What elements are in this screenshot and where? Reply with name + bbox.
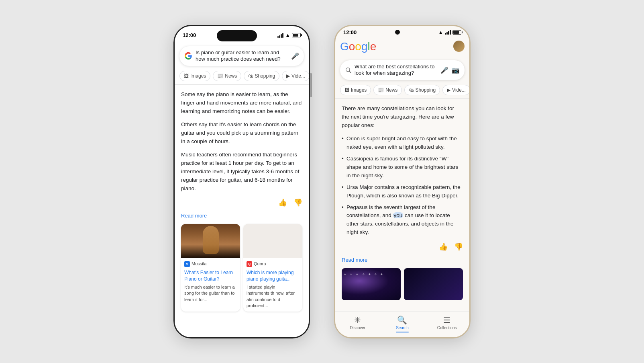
videos-label-right: Vide... xyxy=(452,87,466,93)
card-mussila-desc: It's much easier to learn a song for the… xyxy=(184,284,237,303)
signal-icon-right xyxy=(445,30,451,35)
images-tab-icon: 🖼 xyxy=(184,73,189,79)
quora-icon: Q xyxy=(247,261,252,267)
thumbs-up-right[interactable]: 👍 xyxy=(439,242,448,253)
quora-image-placeholder xyxy=(243,224,302,258)
shopping-icon-right: 🛍 xyxy=(409,87,414,93)
status-icons-right: ▲ xyxy=(438,29,461,35)
nav-search[interactable]: 🔍 Search xyxy=(380,315,424,332)
images-tab-label: Images xyxy=(190,73,206,79)
tab-news-right[interactable]: 📰 News xyxy=(373,85,402,95)
para-2: Others say that it's easier to learn cho… xyxy=(181,121,302,146)
card-mussila-title[interactable]: What's Easier to Learn Piano or Guitar? xyxy=(184,269,237,283)
discover-label: Discover xyxy=(350,326,365,330)
news-tab-label: News xyxy=(225,73,237,79)
mic-icon-left[interactable]: 🎤 xyxy=(291,52,299,60)
wifi-icon: ▲ xyxy=(285,32,290,38)
para-3: Music teachers often recommend that begi… xyxy=(181,151,302,193)
battery-icon-right xyxy=(452,30,461,35)
read-more-left[interactable]: Read more xyxy=(181,212,302,220)
battery-icon xyxy=(292,33,301,37)
shopping-tab-icon: 🛍 xyxy=(248,73,253,79)
bullet-cassiopeia: Cassiopeia is famous for its distinctive… xyxy=(342,155,463,180)
card-quora-desc: I started playin instruments th now, aft… xyxy=(247,284,299,309)
tab-news-left[interactable]: 📰 News xyxy=(213,71,241,81)
videos-tab-label: Vide... xyxy=(291,73,305,79)
signal-icon xyxy=(277,33,283,38)
card-quora-source-name: Quora xyxy=(254,260,266,267)
search-nav-icon: 🔍 xyxy=(397,315,407,325)
star-image-1 xyxy=(342,268,401,300)
feedback-row-left: 👍 👎 xyxy=(181,197,302,209)
tab-images-right[interactable]: 🖼 Images xyxy=(340,85,371,95)
star-image-2 xyxy=(404,268,463,300)
google-g-icon xyxy=(184,52,192,60)
search-query-right: What are the best constellations to look… xyxy=(355,64,437,77)
collections-label: Collections xyxy=(437,326,457,330)
star-images-row xyxy=(342,268,463,300)
bottom-nav: ✳ Discover 🔍 Search ☰ Collections xyxy=(335,312,469,337)
mussila-icon: M xyxy=(184,261,190,267)
phone-right: 12:00 ▲ Google xyxy=(334,25,471,338)
nav-active-indicator xyxy=(396,332,409,332)
card-quora[interactable]: Q Quora Which is more playing piano play… xyxy=(243,224,302,311)
status-icons-left: ▲ xyxy=(277,32,301,38)
search-bar-right[interactable]: What are the best constellations to look… xyxy=(340,60,465,80)
bullet-list: Orion is super bright and easy to spot w… xyxy=(342,135,463,237)
news-label-right: News xyxy=(385,87,397,93)
bullet-pegasus: Pegasus is the seventh largest of the co… xyxy=(342,203,463,237)
discover-icon: ✳ xyxy=(354,315,361,325)
news-icon-right: 📰 xyxy=(378,87,384,93)
cards-row-left: M Mussila What's Easier to Learn Piano o… xyxy=(181,224,302,311)
highlight-you: you xyxy=(393,212,404,218)
time-left: 12:00 xyxy=(183,32,196,38)
tab-shopping-right[interactable]: 🛍 Shopping xyxy=(404,85,440,95)
tab-videos-left[interactable]: ▶ Vide... xyxy=(282,71,309,81)
shopping-tab-label: Shopping xyxy=(255,73,275,79)
thumbs-down-left[interactable]: 👎 xyxy=(293,197,302,209)
dynamic-island xyxy=(217,30,257,41)
tab-images-left[interactable]: 🖼 Images xyxy=(179,71,210,81)
svg-line-1 xyxy=(349,71,351,73)
search-query-left: Is piano or guitar easier to learn and h… xyxy=(196,49,288,63)
tab-shopping-left[interactable]: 🛍 Shopping xyxy=(244,71,279,81)
para-1: Some say the piano is easier to learn, a… xyxy=(181,90,302,116)
collections-icon: ☰ xyxy=(443,315,450,325)
user-avatar[interactable] xyxy=(453,41,465,52)
intro-text: There are many constellations you can lo… xyxy=(342,105,463,130)
google-logo: Google xyxy=(340,40,376,53)
lens-icon-right[interactable]: 📷 xyxy=(452,66,460,74)
search-bar-left[interactable]: Is piano or guitar easier to learn and h… xyxy=(179,46,304,66)
side-button-left xyxy=(310,73,312,97)
mic-icon-right[interactable]: 🎤 xyxy=(440,66,448,74)
content-left: Some say the piano is easier to learn, a… xyxy=(175,86,309,337)
header-row-right: Google xyxy=(335,37,469,55)
images-icon-right: 🖼 xyxy=(344,87,349,93)
piano-image xyxy=(181,224,240,258)
time-right: 12:00 xyxy=(343,29,357,35)
card-mussila[interactable]: M Mussila What's Easier to Learn Piano o… xyxy=(181,224,240,311)
news-tab-icon: 📰 xyxy=(217,73,223,79)
divider-left xyxy=(175,84,309,85)
thumbs-up-left[interactable]: 👍 xyxy=(278,197,287,209)
card-mussila-source-name: Mussila xyxy=(192,260,206,267)
search-nav-label: Search xyxy=(396,326,409,330)
bullet-ursa: Ursa Major contains a recognizable patte… xyxy=(342,183,463,200)
card-quora-title[interactable]: Which is more playing piano playing guit… xyxy=(247,269,299,283)
search-icon-right xyxy=(345,67,351,73)
status-bar-right: 12:00 ▲ xyxy=(335,26,469,37)
tab-videos-right[interactable]: ▶ Vide... xyxy=(442,85,469,95)
card-quora-source: Q Quora xyxy=(247,260,299,267)
nav-discover[interactable]: ✳ Discover xyxy=(335,315,380,332)
feedback-row-right: 👍 👎 xyxy=(342,242,463,253)
read-more-right[interactable]: Read more xyxy=(342,256,463,264)
status-bar-left: 12:00 ▲ xyxy=(175,26,309,43)
images-label-right: Images xyxy=(351,87,367,93)
videos-tab-icon: ▶ xyxy=(286,73,290,79)
filter-tabs-right: 🖼 Images 📰 News 🛍 Shopping ▶ Vide... xyxy=(335,83,469,98)
nav-collections[interactable]: ☰ Collections xyxy=(425,315,469,332)
thumbs-down-right[interactable]: 👎 xyxy=(454,242,463,253)
phone-left: 12:00 ▲ xyxy=(173,25,310,338)
bullet-orion: Orion is super bright and easy to spot w… xyxy=(342,135,463,152)
videos-icon-right: ▶ xyxy=(447,87,450,93)
